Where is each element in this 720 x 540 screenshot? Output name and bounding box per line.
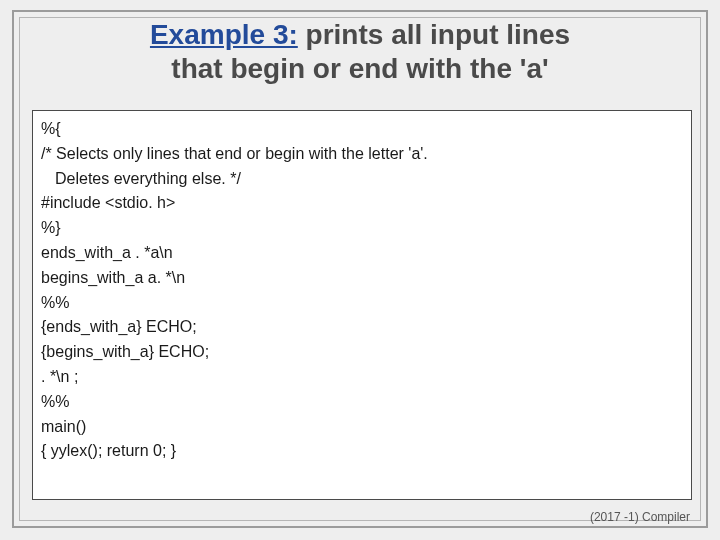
- title-lead: Example 3:: [150, 19, 298, 50]
- code-line: begins_with_a a. *\n: [41, 266, 683, 291]
- slide: Example 3: prints all input lines that b…: [0, 0, 720, 540]
- code-line: #include <stdio. h>: [41, 191, 683, 216]
- code-line: { yylex(); return 0; }: [41, 439, 683, 464]
- code-line: %}: [41, 216, 683, 241]
- code-line: %%: [41, 390, 683, 415]
- code-line: . *\n ;: [41, 365, 683, 390]
- code-line: main(): [41, 415, 683, 440]
- footer-text: (2017 -1) Compiler: [590, 510, 690, 524]
- code-line: %%: [41, 291, 683, 316]
- title-line2: that begin or end with the 'a': [171, 53, 548, 84]
- code-line: %{: [41, 117, 683, 142]
- code-line: {ends_with_a} ECHO;: [41, 315, 683, 340]
- code-box: %{ /* Selects only lines that end or beg…: [32, 110, 692, 500]
- code-line: /* Selects only lines that end or begin …: [41, 142, 683, 167]
- code-line: {begins_with_a} ECHO;: [41, 340, 683, 365]
- slide-title: Example 3: prints all input lines that b…: [40, 18, 680, 85]
- code-line: Deletes everything else. */: [41, 167, 683, 192]
- code-line: ends_with_a . *a\n: [41, 241, 683, 266]
- title-rest-line1: prints all input lines: [298, 19, 570, 50]
